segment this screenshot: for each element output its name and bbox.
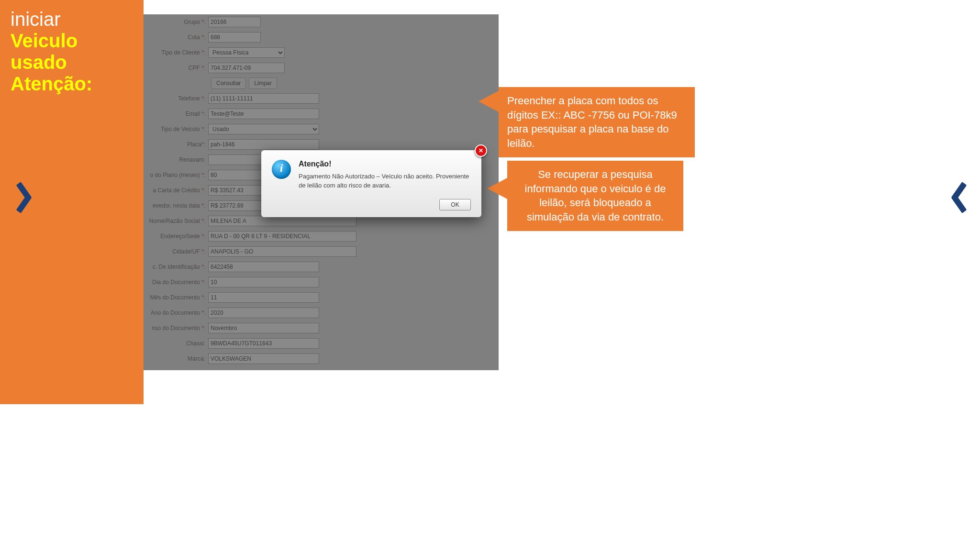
callout-placa-text: Preencher a placa com todos os dígitos E…: [507, 95, 677, 149]
row-mes: Mês do Documento *:: [144, 290, 499, 305]
input-ident[interactable]: [208, 262, 319, 272]
row-grupo: Grupo *:: [144, 14, 499, 30]
select-tipo-cliente[interactable]: Pessoa Física: [208, 47, 285, 58]
title-line3: Atenção:: [11, 73, 133, 95]
label-cidade: Cidade/UF *:: [144, 248, 208, 255]
label-chassi: Chassi:: [144, 340, 208, 347]
close-icon[interactable]: [475, 144, 487, 157]
row-ano: Ano do Documento *:: [144, 305, 499, 320]
info-icon: [272, 160, 291, 179]
limpar-button[interactable]: Limpar: [249, 77, 277, 89]
next-slide-button[interactable]: [954, 182, 970, 212]
select-tipo-veiculo[interactable]: Usado: [208, 124, 319, 134]
row-endereco: Endereço/Sede *:: [144, 229, 499, 244]
row-tipo-cliente: Tipo de Cliente *: Pessoa Física: [144, 45, 499, 60]
title-line1: iniciar: [11, 9, 133, 30]
row-extenso: nso do Documento *:: [144, 320, 499, 336]
label-endereco: Endereço/Sede *:: [144, 233, 208, 240]
input-grupo[interactable]: [208, 17, 261, 27]
callout-leilao-text: Se recuperar a pesquisa informando que o…: [525, 168, 666, 223]
input-endereco[interactable]: [208, 231, 356, 242]
ok-button[interactable]: OK: [439, 199, 471, 210]
label-mes: Mês do Documento *:: [144, 294, 208, 301]
label-plano: o do Plano (meses) *:: [144, 172, 208, 178]
row-buttons: Consultar Limpar: [211, 76, 499, 91]
input-chassi[interactable]: [208, 338, 319, 349]
input-cpf[interactable]: [208, 63, 285, 73]
input-placa[interactable]: [208, 139, 319, 150]
label-extenso: nso do Documento *:: [144, 325, 208, 331]
row-email: Email *:: [144, 106, 499, 121]
label-tipo-veiculo: Tipo de Veiculo *:: [144, 126, 208, 132]
label-dia: Dia do Documento *:: [144, 279, 208, 286]
row-ident: c. De Identificação *:: [144, 259, 499, 275]
row-cidade: Cidade/UF *:: [144, 244, 499, 259]
label-nome: Nome/Razão Social *:: [144, 218, 208, 224]
row-marca: Marca:: [144, 351, 499, 366]
input-extenso[interactable]: [208, 323, 319, 333]
label-placa: Placa*:: [144, 141, 208, 148]
title-line2: Veiculo usado: [11, 30, 133, 73]
label-renavam: Renavam:: [144, 156, 208, 163]
dialog-title: Atenção!: [299, 160, 471, 168]
input-cota[interactable]: [208, 32, 261, 43]
row-cpf: CPF *:: [144, 60, 499, 76]
input-nome[interactable]: [208, 216, 356, 226]
label-devedor: evedor, nesta data *:: [144, 202, 208, 209]
input-telefone[interactable]: [208, 93, 319, 104]
label-grupo: Grupo *:: [144, 19, 208, 25]
input-dia[interactable]: [208, 277, 319, 287]
label-ident: c. De Identificação *:: [144, 264, 208, 270]
dialog-message: Pagamento Não Autorizado – Veículo não a…: [299, 172, 471, 190]
label-marca: Marca:: [144, 355, 208, 362]
row-dia: Dia do Documento *:: [144, 275, 499, 290]
input-mes[interactable]: [208, 292, 319, 303]
label-tipo-cliente: Tipo de Cliente *:: [144, 49, 208, 56]
input-cidade[interactable]: [208, 246, 356, 257]
label-email: Email *:: [144, 110, 208, 117]
label-cota: Cota *:: [144, 34, 208, 41]
row-chassi: Chassi:: [144, 336, 499, 351]
prev-slide-button[interactable]: [12, 182, 29, 212]
row-telefone: Telefone *:: [144, 91, 499, 106]
label-telefone: Telefone *:: [144, 95, 208, 102]
input-email[interactable]: [208, 109, 319, 119]
label-ano: Ano do Documento *:: [144, 309, 208, 316]
label-cpf: CPF *:: [144, 65, 208, 71]
row-cota: Cota *:: [144, 30, 499, 45]
consultar-button[interactable]: Consultar: [211, 77, 246, 89]
row-tipo-veiculo: Tipo de Veiculo *: Usado: [144, 121, 499, 137]
callout-leilao: Se recuperar a pesquisa informando que o…: [507, 161, 683, 231]
chevron-right-icon: [954, 182, 970, 212]
input-ano[interactable]: [208, 308, 319, 318]
chevron-left-icon: [12, 182, 29, 212]
callout-placa: Preencher a placa com todos os dígitos E…: [499, 87, 695, 157]
alert-dialog: Atenção! Pagamento Não Autorizado – Veíc…: [261, 150, 481, 217]
label-carta: a Carta de Crédito *:: [144, 187, 208, 194]
input-marca[interactable]: [208, 353, 319, 364]
